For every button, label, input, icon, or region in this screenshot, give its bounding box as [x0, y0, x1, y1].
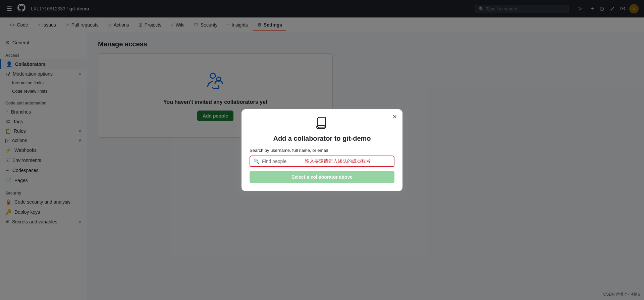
search-hint-text: 输入要邀请进入团队的成员账号	[305, 158, 371, 164]
modal-search-icon: 🔍	[254, 159, 259, 164]
modal-overlay[interactable]: ✕ Add a collaborator to git-demo Search …	[0, 0, 644, 300]
find-people-input[interactable]	[262, 159, 302, 164]
modal-title: Add a collaborator to git-demo	[250, 135, 394, 142]
modal-close-button[interactable]: ✕	[392, 113, 397, 121]
modal-title-prefix: Add a collaborator to	[273, 135, 342, 142]
select-collaborator-button[interactable]: Select a collaborator above	[250, 171, 394, 183]
modal-repo-name: git-demo	[342, 135, 371, 142]
modal-search-label: Search by username, full name, or email	[250, 148, 394, 153]
modal-repo-icon	[250, 117, 394, 132]
modal-search-field[interactable]: 🔍 输入要邀请进入团队的成员账号	[250, 156, 394, 167]
add-collaborator-modal: ✕ Add a collaborator to git-demo Search …	[241, 109, 402, 191]
